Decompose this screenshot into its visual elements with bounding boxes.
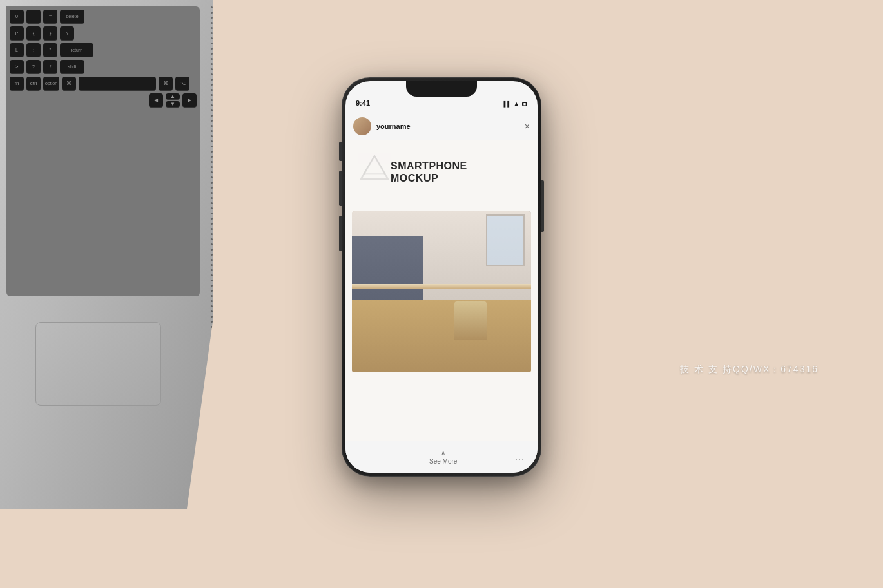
- phone-container: 9:41 ▌▌ ▲ ■ yourname ×: [342, 77, 541, 477]
- scene: 0 - = delete P { } \ L : " return >: [0, 0, 883, 588]
- triangle-icon: [358, 153, 391, 182]
- key-p: P: [10, 26, 24, 41]
- key-return: return: [60, 43, 93, 57]
- key-backslash: \: [60, 26, 74, 41]
- phone-volume-up-button: [339, 171, 342, 206]
- key-0: 0: [10, 10, 24, 24]
- key-fn: fn: [10, 77, 24, 91]
- trackpad[interactable]: [35, 322, 161, 406]
- key-space: [79, 77, 156, 91]
- triangle-logo: [358, 153, 391, 185]
- keyboard-keys: 0 - = delete P { } \ L : " return >: [10, 10, 197, 293]
- status-time: 9:41: [356, 99, 370, 107]
- watermark: 技 术 支 持QQ/WX：674316: [680, 364, 819, 375]
- signal-icon: ▌▌: [504, 101, 511, 107]
- more-options-icon[interactable]: ...: [515, 452, 525, 462]
- room-desk: [352, 284, 531, 289]
- svg-marker-0: [361, 156, 388, 179]
- see-more-bar[interactable]: ∧ See More ...: [345, 441, 538, 473]
- key-equals: =: [43, 10, 57, 24]
- key-l: L: [10, 43, 24, 57]
- svg-marker-1: [364, 156, 385, 173]
- phone-notch: [406, 81, 477, 97]
- see-more-label: See More: [429, 458, 457, 465]
- room-floor: [352, 300, 531, 373]
- key-slash: /: [43, 60, 57, 74]
- key-ctrl: ctrl: [26, 77, 41, 91]
- key-row-bottom: fn ctrl option ⌘ ⌘ ⌥: [10, 77, 197, 91]
- key-semicolon: :: [26, 43, 41, 57]
- key-right: ▶: [182, 93, 197, 108]
- room-chair: [454, 301, 487, 340]
- key-row-0: 0 - = delete: [10, 10, 197, 24]
- phone-power-button: [541, 180, 544, 232]
- chevron-up-icon: ∧: [441, 450, 445, 457]
- key-up: ▲: [166, 93, 180, 100]
- key-row-l: L : " return: [10, 43, 197, 57]
- phone-body: 9:41 ▌▌ ▲ ■ yourname ×: [342, 77, 541, 477]
- battery-icon: ■: [522, 102, 527, 106]
- speaker-grille: [205, 6, 218, 296]
- see-more-section[interactable]: ∧ See More: [429, 450, 457, 465]
- key-dash: -: [26, 10, 41, 24]
- mockup-title: SMARTPHONE MOCKUP: [391, 160, 467, 184]
- story-header: yourname ×: [345, 112, 538, 140]
- room-window: [486, 214, 525, 266]
- key-row-p: P { } \: [10, 26, 197, 41]
- key-question: ?: [26, 60, 41, 74]
- status-icons: ▌▌ ▲ ■: [504, 100, 528, 107]
- key-gt: >: [10, 60, 24, 74]
- key-cmd-right: ⌘: [159, 77, 173, 91]
- key-shift: shift: [60, 60, 84, 74]
- wifi-icon: ▲: [514, 100, 519, 107]
- title-line1: SMARTPHONE: [391, 160, 467, 172]
- key-open-bracket: {: [26, 26, 41, 41]
- key-alt-right: ⌥: [175, 77, 189, 91]
- title-line2: MOCKUP: [391, 172, 467, 184]
- room-photo: [352, 211, 531, 372]
- phone-screen: 9:41 ▌▌ ▲ ■ yourname ×: [345, 81, 538, 473]
- key-quote: ": [43, 43, 57, 57]
- key-delete: delete: [60, 10, 84, 24]
- key-row-shift: > ? / shift: [10, 60, 197, 74]
- key-row-arrows: ◀ ▲ ▼ ▶: [10, 93, 197, 108]
- key-left: ◀: [149, 93, 163, 108]
- laptop-body: 0 - = delete P { } \ L : " return >: [0, 0, 226, 509]
- close-icon[interactable]: ×: [525, 121, 530, 131]
- key-close-bracket: }: [43, 26, 57, 41]
- key-option: option: [43, 77, 59, 91]
- key-down: ▼: [166, 101, 180, 108]
- username-label: yourname: [376, 122, 519, 130]
- avatar: [353, 117, 371, 135]
- content-area: SMARTPHONE MOCKUP: [345, 140, 538, 441]
- phone-mute-button: [339, 142, 342, 161]
- key-cmd: ⌘: [62, 77, 76, 91]
- phone-volume-down-button: [339, 216, 342, 251]
